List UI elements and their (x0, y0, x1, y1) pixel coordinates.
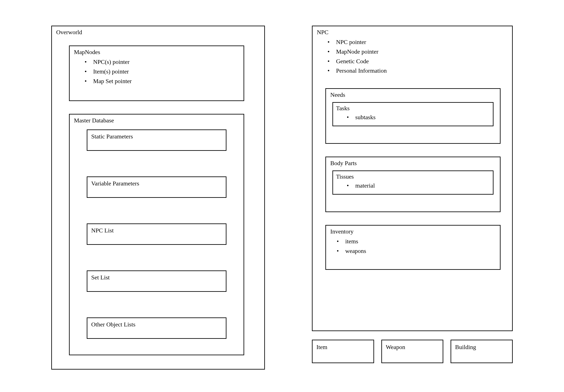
overworld-title: Overworld (52, 26, 264, 37)
npc-box: NPC NPC pointer MapNode pointer Genetic … (312, 26, 513, 331)
tissues-list: material (336, 180, 490, 193)
db-item-static-parameters: Static Parameters (87, 129, 226, 151)
list-item: material (347, 181, 490, 191)
db-item-variable-parameters: Variable Parameters (87, 176, 226, 198)
building-box: Building (451, 340, 513, 363)
mapnodes-list: NPC(s) pointer Item(s) pointer Map Set p… (70, 56, 243, 88)
master-database-box: Master Database Static Parameters Variab… (69, 114, 244, 355)
list-item: Genetic Code (327, 56, 512, 66)
mapnodes-title: MapNodes (70, 46, 243, 56)
list-item: subtasks (347, 112, 490, 122)
list-item: weapons (337, 246, 500, 256)
tasks-title: Tasks (336, 105, 490, 112)
list-item: NPC(s) pointer (85, 57, 243, 67)
bottom-row: Item Weapon Building (312, 340, 513, 363)
master-database-title: Master Database (70, 114, 243, 125)
item-box: Item (312, 340, 374, 363)
list-item: Map Set pointer (85, 76, 243, 86)
list-item: Item(s) pointer (85, 67, 243, 76)
tasks-box: Tasks subtasks (332, 102, 494, 126)
needs-box: Needs Tasks subtasks (325, 88, 501, 144)
weapon-box: Weapon (381, 340, 443, 363)
overworld-box: Overworld MapNodes NPC(s) pointer Item(s… (51, 26, 265, 370)
db-item-other-object-lists: Other Object Lists (87, 317, 226, 339)
tissues-title: Tissues (336, 173, 490, 180)
tissues-box: Tissues material (332, 170, 494, 195)
body-parts-title: Body Parts (326, 157, 500, 168)
list-item: Personal Information (327, 66, 512, 76)
list-item: items (337, 237, 500, 246)
db-item-npc-list: NPC List (87, 224, 226, 245)
list-item: MapNode pointer (327, 47, 512, 56)
tasks-list: subtasks (336, 112, 490, 124)
npc-title: NPC (312, 26, 512, 37)
inventory-list: items weapons (326, 236, 500, 258)
db-item-set-list: Set List (87, 270, 226, 292)
inventory-title: Inventory (326, 225, 500, 236)
npc-attr-list: NPC pointer MapNode pointer Genetic Code… (312, 37, 512, 78)
mapnodes-box: MapNodes NPC(s) pointer Item(s) pointer … (69, 45, 244, 101)
body-parts-box: Body Parts Tissues material (325, 157, 501, 212)
inventory-box: Inventory items weapons (325, 225, 501, 270)
needs-title: Needs (326, 89, 500, 99)
list-item: NPC pointer (327, 37, 512, 47)
